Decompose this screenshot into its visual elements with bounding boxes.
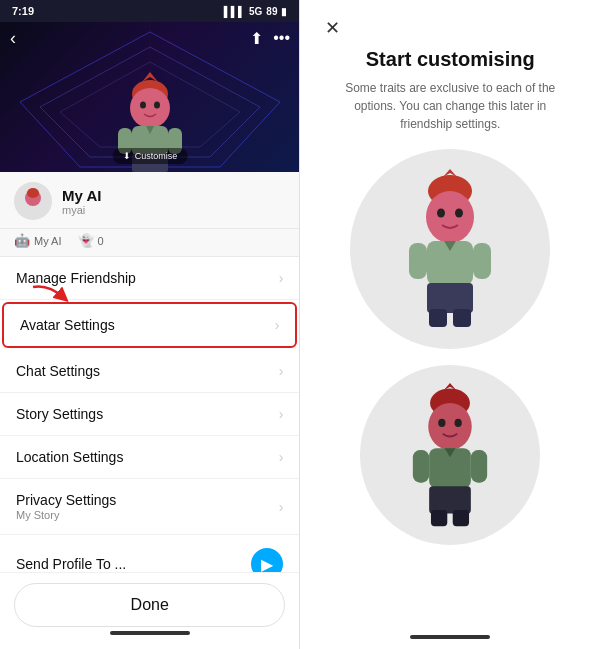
chevron-icon-0: › <box>279 270 284 286</box>
ghost-icon: 👻 <box>78 233 94 248</box>
signal-icon: ▌▌▌ <box>224 6 245 17</box>
svg-point-19 <box>437 209 445 218</box>
right-panel: ✕ Start customising Some traits are excl… <box>300 0 600 649</box>
profile-section: My AI myai <box>0 172 299 229</box>
profile-avatar-svg <box>14 182 52 220</box>
chevron-icon-4: › <box>279 449 284 465</box>
svg-rect-37 <box>453 509 469 525</box>
profile-info: My AI myai <box>62 187 101 216</box>
svg-rect-26 <box>453 309 471 327</box>
svg-point-7 <box>140 102 146 109</box>
chevron-icon-2: › <box>279 363 284 379</box>
battery-icon: ▮ <box>281 6 287 17</box>
myai-icon: 🤖 <box>14 233 30 248</box>
send-arrow-icon: ▶ <box>261 555 273 573</box>
privacy-info: Privacy Settings My Story <box>16 492 116 521</box>
hero-section: ‹ ⬆ ••• <box>0 22 299 172</box>
chevron-icon-5: › <box>279 499 284 515</box>
privacy-settings-sublabel: My Story <box>16 509 116 521</box>
back-button[interactable]: ‹ <box>10 28 16 49</box>
svg-rect-25 <box>429 309 447 327</box>
menu-item-story-settings[interactable]: Story Settings › <box>0 393 299 436</box>
svg-point-8 <box>154 102 160 109</box>
location-settings-label: Location Settings <box>16 449 123 465</box>
stat-count-value: 0 <box>98 235 104 247</box>
chevron-icon-1: › <box>275 317 280 333</box>
profile-stats: 🤖 My AI 👻 0 <box>0 229 299 257</box>
svg-point-6 <box>130 88 170 128</box>
svg-rect-24 <box>427 283 473 313</box>
story-settings-label: Story Settings <box>16 406 103 422</box>
menu-item-chat-settings[interactable]: Chat Settings › <box>0 350 299 393</box>
share-icon[interactable]: ⬆ <box>250 29 263 48</box>
svg-rect-23 <box>473 243 491 279</box>
right-home-indicator <box>410 635 490 639</box>
svg-rect-33 <box>413 450 429 483</box>
done-button[interactable]: Done <box>14 583 285 627</box>
svg-point-15 <box>27 188 39 198</box>
profile-name: My AI <box>62 187 101 204</box>
menu-list: Manage Friendship › Avatar Settings › Ch… <box>0 257 299 572</box>
network-type: 5G <box>249 6 262 17</box>
send-profile-label: Send Profile To ... <box>16 556 126 572</box>
home-indicator <box>110 631 190 635</box>
privacy-settings-label: Privacy Settings <box>16 492 116 508</box>
menu-item-avatar-settings[interactable]: Avatar Settings › <box>2 302 297 348</box>
status-bar: 7:19 ▌▌▌ 5G 89 ▮ <box>0 0 299 22</box>
svg-rect-34 <box>471 450 487 483</box>
stat-myai: 🤖 My AI <box>14 233 62 248</box>
svg-point-29 <box>428 402 472 449</box>
svg-point-18 <box>426 191 474 243</box>
status-icons: ▌▌▌ 5G 89 ▮ <box>224 6 288 17</box>
left-panel: 7:19 ▌▌▌ 5G 89 ▮ ‹ ⬆ ••• <box>0 0 299 649</box>
hero-nav: ‹ ⬆ ••• <box>0 22 299 55</box>
avatar-full-body-1 <box>395 169 505 329</box>
svg-point-30 <box>438 418 445 426</box>
stat-myai-label: My AI <box>34 235 62 247</box>
profile-username: myai <box>62 204 101 216</box>
svg-rect-22 <box>409 243 427 279</box>
menu-item-privacy-settings[interactable]: Privacy Settings My Story › <box>0 479 299 535</box>
chat-settings-label: Chat Settings <box>16 363 100 379</box>
battery-level: 89 <box>266 6 277 17</box>
profile-avatar <box>14 182 52 220</box>
menu-item-location-settings[interactable]: Location Settings › <box>0 436 299 479</box>
right-subtitle: Some traits are exclusive to each of the… <box>320 79 580 133</box>
more-icon[interactable]: ••• <box>273 29 290 48</box>
time-display: 7:19 <box>12 5 34 17</box>
svg-rect-35 <box>429 486 471 513</box>
svg-rect-36 <box>431 509 447 525</box>
customise-button[interactable]: ⬇ Customise <box>113 148 188 164</box>
chevron-icon-3: › <box>279 406 284 422</box>
customise-icon: ⬇ <box>123 151 131 161</box>
svg-point-20 <box>455 209 463 218</box>
arrow-annotation <box>28 282 88 304</box>
svg-point-31 <box>455 418 462 426</box>
menu-item-send-profile[interactable]: Send Profile To ... ▶ <box>0 535 299 572</box>
send-profile-button[interactable]: ▶ <box>251 548 283 572</box>
avatar-full-body-2 <box>400 383 500 528</box>
hero-action-icons: ⬆ ••• <box>250 29 290 48</box>
avatar-option-2[interactable] <box>360 365 540 545</box>
avatar-settings-label: Avatar Settings <box>20 317 115 333</box>
stat-count: 👻 0 <box>78 233 104 248</box>
done-section: Done <box>0 572 299 649</box>
customise-label: Customise <box>135 151 178 161</box>
right-title: Start customising <box>320 48 580 71</box>
avatar-option-1[interactable] <box>350 149 550 349</box>
close-button[interactable]: ✕ <box>320 16 344 40</box>
